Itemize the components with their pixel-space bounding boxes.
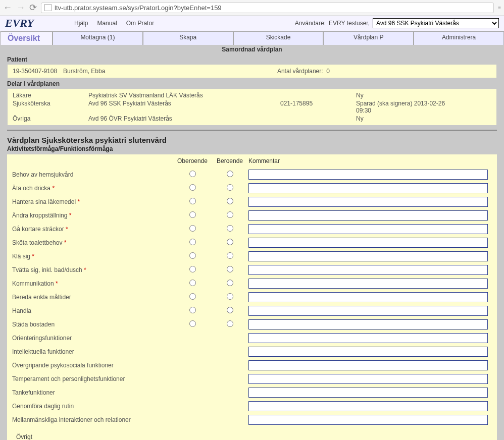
row-label: Orienteringsfunktioner (12, 335, 174, 342)
radio-oberoende[interactable] (189, 171, 196, 177)
required-marker: * (84, 266, 86, 273)
radio-beroende[interactable] (227, 225, 233, 232)
radio-oberoende[interactable] (189, 266, 196, 272)
radio-oberoende[interactable] (189, 307, 196, 313)
radio-beroende[interactable] (227, 280, 233, 286)
tab-admin[interactable]: Administrera (414, 31, 504, 45)
kommentar-input[interactable] (248, 292, 488, 302)
menu-help[interactable]: Hjälp (74, 20, 88, 27)
tab-create[interactable]: Skapa (143, 31, 233, 45)
logo: EVRY (5, 17, 74, 30)
radio-oberoende[interactable] (189, 198, 196, 204)
part-role: Övriga (13, 115, 88, 122)
kommentar-input[interactable] (248, 319, 488, 329)
tab-sent[interactable]: Skickade (233, 31, 324, 45)
kommentar-input[interactable] (248, 251, 488, 261)
radio-oberoende[interactable] (189, 280, 196, 286)
required-marker: * (56, 280, 58, 287)
radio-beroende[interactable] (227, 198, 233, 204)
radio-beroende[interactable] (227, 239, 233, 245)
form-row: Behov av hemsjukvård (7, 168, 497, 181)
reload-button[interactable]: ⟳ (29, 2, 37, 13)
tab-overview[interactable]: Översikt (0, 31, 53, 45)
row-label: Intellektuella funktioner (12, 348, 174, 355)
kommentar-input[interactable] (248, 170, 488, 180)
radio-beroende[interactable] (227, 307, 233, 313)
radio-oberoende[interactable] (189, 320, 196, 327)
radio-beroende[interactable] (227, 293, 233, 300)
row-label: Tankefunktioner (12, 389, 174, 396)
kommentar-input[interactable] (248, 238, 488, 248)
form-row: Städa bostaden (7, 317, 497, 331)
menu-manual[interactable]: Manual (97, 20, 117, 27)
row-label: Tvätta sig, inkl. bad/dusch * (12, 266, 174, 273)
radio-oberoende[interactable] (189, 211, 196, 218)
url-text: ltv-utb.prator.systeam.se/sys/PratorLogi… (55, 4, 222, 12)
kommentar-input[interactable] (248, 265, 488, 275)
kommentar-input[interactable] (248, 415, 488, 425)
col-kommentar: Kommentar (248, 157, 492, 164)
form-title: Vårdplan Sjuksköterska psykiatri slutenv… (0, 133, 504, 145)
kommentar-input[interactable] (248, 360, 488, 370)
form-row: Genomföra daglig rutin (7, 399, 497, 413)
form-row: Ändra kroppställning * (7, 208, 497, 222)
kommentar-input[interactable] (248, 210, 488, 221)
part-unit: Psykiatrisk SV Västmanland LÄK Västerås (88, 92, 280, 99)
radio-oberoende[interactable] (189, 225, 196, 232)
radio-beroende[interactable] (227, 211, 233, 218)
kommentar-input[interactable] (248, 197, 488, 207)
row-label: Temperament och personlighetsfunktioner (12, 375, 174, 382)
menu-about[interactable]: Om Prator (126, 20, 154, 27)
form-row: Sköta toalettbehov * (7, 236, 497, 249)
row-label: Handla (12, 307, 174, 314)
row-label: Klä sig * (12, 253, 174, 260)
user-name: EVRY testuser, (329, 20, 370, 27)
kommentar-input[interactable] (248, 333, 488, 343)
part-phone (280, 92, 356, 99)
form-row: Mellanmänskliga interaktioner och relati… (7, 413, 497, 426)
form-row: Intellektuella funktioner (7, 345, 497, 358)
form-row: Handla (7, 304, 497, 317)
kommentar-input[interactable] (248, 347, 488, 357)
patient-label: Patient (0, 54, 504, 64)
chevron-down-icon[interactable]: ≡ (498, 5, 501, 11)
tab-careplan[interactable]: Vårdplan P (323, 31, 414, 45)
tab-received[interactable]: Mottagna (1) (53, 31, 143, 45)
form-row: Kommunikation * (7, 277, 497, 290)
row-label: Kommunikation * (12, 280, 174, 287)
col-oberoende: Oberoende (174, 157, 211, 164)
radio-beroende[interactable] (227, 320, 233, 327)
form-row: Klä sig * (7, 249, 497, 263)
required-marker: * (69, 212, 72, 219)
radio-beroende[interactable] (227, 171, 233, 177)
url-bar[interactable]: ltv-utb.prator.systeam.se/sys/PratorLogi… (41, 3, 494, 13)
unit-select[interactable]: Avd 96 SSK Psykiatri Västerås (373, 18, 499, 28)
patient-box: 19-350407-9108 Burström, Ebba Antal vård… (7, 64, 497, 78)
radio-oberoende[interactable] (189, 184, 196, 191)
radio-beroende[interactable] (227, 266, 233, 272)
kommentar-input[interactable] (248, 388, 488, 398)
part-phone: 021-175895 (280, 100, 356, 114)
kommentar-input[interactable] (248, 374, 488, 384)
kommentar-input[interactable] (248, 183, 488, 193)
kommentar-input[interactable] (248, 279, 488, 289)
part-unit: Avd 96 SSK Psykiatri Västerås (88, 100, 280, 114)
radio-beroende[interactable] (227, 252, 233, 259)
app-header: EVRY Hjälp Manual Om Prator Användare: E… (0, 16, 504, 31)
required-marker: * (32, 253, 34, 260)
kommentar-input[interactable] (248, 306, 488, 316)
radio-oberoende[interactable] (189, 239, 196, 245)
back-button[interactable]: ← (3, 3, 12, 13)
required-marker: * (52, 185, 55, 192)
radio-beroende[interactable] (227, 184, 233, 191)
radio-oberoende[interactable] (189, 252, 196, 259)
form-row: Temperament och personlighetsfunktioner (7, 372, 497, 386)
kommentar-input[interactable] (248, 401, 488, 411)
parts-label: Delar i vårdplanen (0, 78, 504, 88)
part-status: Sparad (ska signera) 2013-02-26 09:30 (356, 100, 457, 114)
forward-button[interactable]: → (16, 3, 25, 13)
radio-oberoende[interactable] (189, 293, 196, 300)
content-area: Patient 19-350407-9108 Burström, Ebba An… (0, 54, 504, 440)
required-marker: * (64, 239, 67, 246)
kommentar-input[interactable] (248, 224, 488, 234)
